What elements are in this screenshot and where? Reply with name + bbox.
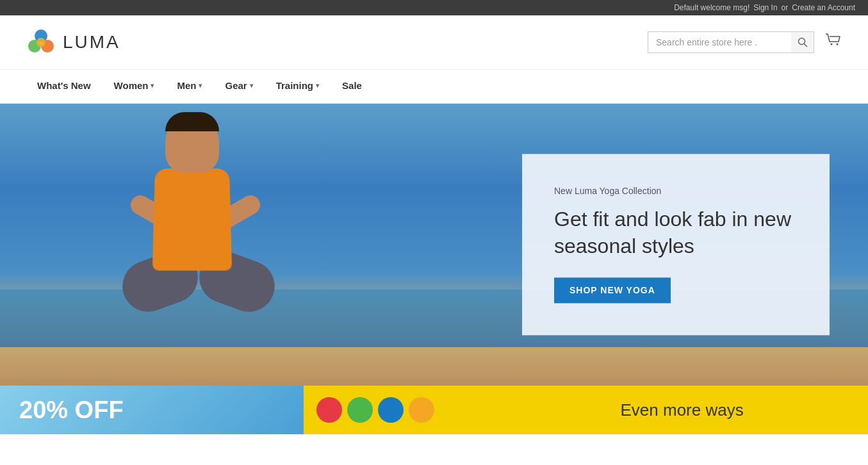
search-input[interactable] — [648, 31, 814, 53]
search-wrapper — [648, 31, 814, 53]
cart-icon-wrap[interactable] — [824, 31, 842, 53]
promo-title: Get fit and look fab in new seasonal sty… — [554, 206, 798, 259]
signin-link[interactable]: Sign In — [753, 3, 777, 12]
nav-item-sale[interactable]: Sale — [331, 70, 373, 103]
nav-item-men[interactable]: Men ▾ — [165, 70, 213, 103]
cart-icon — [824, 31, 842, 49]
yoga-scene — [0, 104, 436, 386]
svg-point-6 — [831, 44, 833, 45]
nav-item-training[interactable]: Training ▾ — [265, 70, 331, 103]
promo-card: New Luma Yoga Collection Get fit and loo… — [522, 154, 830, 335]
promo-subtitle: New Luma Yoga Collection — [554, 186, 798, 196]
discount-text: 20% OFF — [19, 396, 124, 424]
bottom-panels: 20% OFF Even more ways — [0, 386, 868, 434]
search-button[interactable] — [791, 31, 814, 53]
svg-point-4 — [798, 38, 805, 45]
ways-panel: Even more ways — [608, 386, 869, 434]
create-account-link[interactable]: Create an Account — [792, 3, 855, 12]
top-bar: Default welcome msg! Sign In or Create a… — [0, 0, 868, 15]
ways-text: Even more ways — [621, 400, 744, 420]
header-right — [648, 31, 842, 53]
figure-hair — [165, 112, 219, 131]
welcome-message: Default welcome msg! — [674, 3, 749, 12]
discount-panel: 20% OFF — [0, 386, 304, 434]
nav-item-gear[interactable]: Gear ▾ — [213, 70, 264, 103]
hero-banner: New Luma Yoga Collection Get fit and loo… — [0, 104, 868, 386]
figure-torso — [152, 168, 232, 271]
svg-point-7 — [837, 44, 839, 45]
chevron-down-icon: ▾ — [199, 82, 202, 89]
nav-item-whats-new[interactable]: What's New — [26, 70, 102, 103]
or-separator: or — [782, 3, 789, 12]
yoga-person-figure — [90, 115, 295, 346]
chevron-down-icon: ▾ — [316, 82, 319, 89]
navigation: What's New Women ▾ Men ▾ Gear ▾ Training… — [0, 70, 868, 104]
logo-icon — [26, 27, 56, 58]
search-icon — [798, 37, 808, 47]
shop-new-yoga-button[interactable]: Shop New Yoga — [554, 278, 671, 304]
header: LUMA — [0, 15, 868, 70]
logo-text: LUMA — [63, 32, 120, 53]
nav-item-women[interactable]: Women ▾ — [102, 70, 166, 103]
chevron-down-icon: ▾ — [151, 82, 154, 89]
svg-line-5 — [804, 44, 807, 47]
logo[interactable]: LUMA — [26, 27, 120, 58]
chevron-down-icon: ▾ — [250, 82, 253, 89]
svg-point-3 — [37, 38, 45, 47]
colorful-panel — [304, 386, 607, 434]
